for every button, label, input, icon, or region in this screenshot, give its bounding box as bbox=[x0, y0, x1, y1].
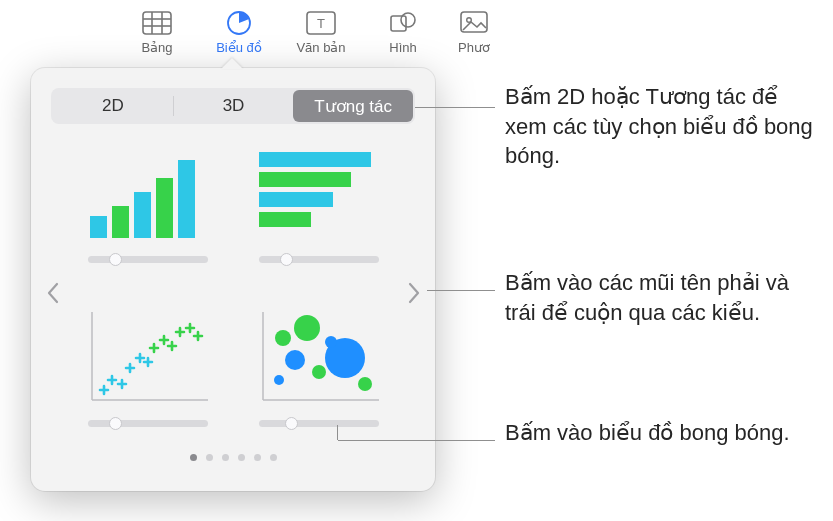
callout-3: Bấm vào biểu đồ bong bóng. bbox=[505, 418, 805, 448]
svg-point-32 bbox=[358, 377, 372, 391]
callout-1: Bấm 2D hoặc Tương tác để xem các tùy chọ… bbox=[505, 82, 825, 171]
toolbar-label: Biểu đồ bbox=[216, 40, 262, 55]
prev-style-arrow[interactable] bbox=[37, 273, 67, 313]
svg-rect-18 bbox=[259, 172, 351, 187]
page-indicator[interactable] bbox=[31, 454, 435, 461]
segment-interactive[interactable]: Tương tác bbox=[293, 90, 413, 122]
svg-rect-17 bbox=[259, 152, 371, 167]
chart-picker-popover: 2D 3D Tương tác bbox=[31, 68, 435, 491]
page-dot[interactable] bbox=[190, 454, 197, 461]
pie-chart-icon bbox=[225, 8, 253, 38]
text-box-icon: T bbox=[306, 8, 336, 38]
svg-rect-14 bbox=[134, 192, 151, 238]
next-style-arrow[interactable] bbox=[399, 273, 429, 313]
toolbar-text[interactable]: T Văn bản bbox=[280, 8, 362, 55]
toolbar-label: Phươ bbox=[458, 40, 490, 55]
toolbar-media[interactable]: Phươ bbox=[444, 8, 504, 55]
style-slider[interactable] bbox=[259, 420, 379, 427]
page-dot[interactable] bbox=[254, 454, 261, 461]
bar-chart-preview bbox=[249, 138, 389, 248]
toolbar-label: Văn bản bbox=[296, 40, 345, 55]
scatter-chart-preview bbox=[78, 302, 218, 412]
svg-rect-16 bbox=[178, 160, 195, 238]
page-dot[interactable] bbox=[238, 454, 245, 461]
style-slider[interactable] bbox=[88, 256, 208, 263]
style-slider[interactable] bbox=[259, 256, 379, 263]
interactive-scatter-chart-thumb[interactable] bbox=[75, 302, 220, 448]
page-dot[interactable] bbox=[270, 454, 277, 461]
svg-point-31 bbox=[325, 336, 337, 348]
callout-leader bbox=[338, 440, 495, 441]
callout-text: Bấm 2D hoặc Tương tác để xem các tùy chọ… bbox=[505, 82, 825, 171]
toolbar-chart[interactable]: Biểu đồ bbox=[198, 8, 280, 55]
page-dot[interactable] bbox=[222, 454, 229, 461]
svg-rect-8 bbox=[391, 16, 406, 31]
interactive-column-chart-thumb[interactable] bbox=[75, 138, 220, 284]
svg-text:T: T bbox=[317, 16, 325, 31]
style-slider[interactable] bbox=[88, 420, 208, 427]
table-icon bbox=[142, 8, 172, 38]
toolbar-table[interactable]: Bảng bbox=[116, 8, 198, 55]
callout-text: Bấm vào các mũi tên phải và trái để cuộn… bbox=[505, 268, 815, 327]
popover-tip bbox=[221, 58, 243, 69]
toolbar: Bảng Biểu đồ T Văn bản Hình Phươ bbox=[0, 0, 833, 55]
svg-rect-15 bbox=[156, 178, 173, 238]
svg-point-9 bbox=[401, 13, 415, 27]
column-chart-preview bbox=[78, 138, 218, 248]
callout-text: Bấm vào biểu đồ bong bóng. bbox=[505, 418, 790, 448]
chevron-right-icon bbox=[408, 282, 421, 304]
segment-2d[interactable]: 2D bbox=[53, 90, 173, 122]
chart-styles-area bbox=[31, 138, 435, 448]
shape-icon bbox=[389, 8, 417, 38]
svg-point-26 bbox=[294, 315, 320, 341]
svg-rect-20 bbox=[259, 212, 311, 227]
toolbar-label: Hình bbox=[389, 40, 416, 55]
chart-type-segmented-control: 2D 3D Tương tác bbox=[51, 88, 415, 124]
bubble-chart-preview bbox=[249, 302, 389, 412]
toolbar-shape[interactable]: Hình bbox=[362, 8, 444, 55]
page-dot[interactable] bbox=[206, 454, 213, 461]
interactive-bubble-chart-thumb[interactable] bbox=[246, 302, 391, 448]
svg-rect-0 bbox=[143, 12, 171, 34]
svg-point-28 bbox=[312, 365, 326, 379]
svg-rect-19 bbox=[259, 192, 333, 207]
chevron-left-icon bbox=[46, 282, 59, 304]
callout-leader bbox=[415, 107, 495, 108]
svg-point-25 bbox=[275, 330, 291, 346]
svg-rect-13 bbox=[112, 206, 129, 238]
chart-thumbnails-grid bbox=[75, 138, 391, 448]
svg-point-27 bbox=[285, 350, 305, 370]
segment-3d[interactable]: 3D bbox=[174, 90, 294, 122]
toolbar-label: Bảng bbox=[141, 40, 172, 55]
media-icon bbox=[460, 8, 488, 38]
callout-leader bbox=[427, 290, 495, 291]
callout-2: Bấm vào các mũi tên phải và trái để cuộn… bbox=[505, 268, 815, 327]
interactive-bar-chart-thumb[interactable] bbox=[246, 138, 391, 284]
svg-point-29 bbox=[274, 375, 284, 385]
callout-leader bbox=[337, 425, 338, 440]
svg-rect-12 bbox=[90, 216, 107, 238]
